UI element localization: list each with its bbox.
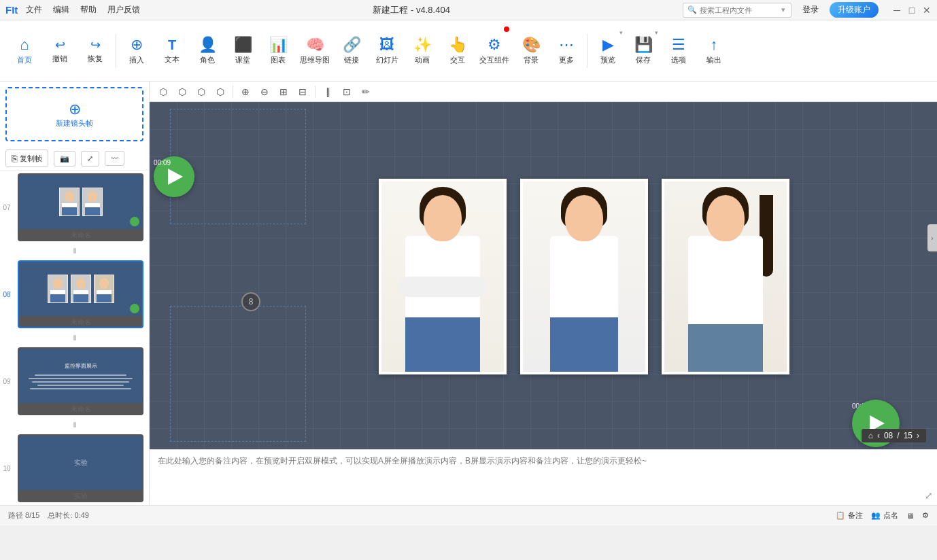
slide-item-07[interactable]: 未命名 [18, 173, 143, 241]
preview-dropdown[interactable]: ▾ [619, 29, 623, 36]
right-panel-collapse-button[interactable]: › [927, 224, 937, 251]
settings-bottom-button[interactable]: ⚙ [922, 511, 929, 520]
shape-tool-3[interactable]: ⬡ [193, 84, 209, 100]
nav-next-arrow[interactable]: › [917, 431, 919, 440]
toolbar-animate[interactable]: ✨ 动画 [405, 24, 440, 78]
zoom-out-tool[interactable]: ⊖ [256, 84, 273, 100]
duration-info: 总时长: 0:49 [48, 510, 89, 521]
slide09-line-1 [35, 374, 126, 376]
toolbar-divider-2 [587, 34, 587, 68]
slide09-line-3 [32, 381, 130, 383]
toolbar-divider-1 [116, 34, 116, 68]
play-button-bottom[interactable]: 00:28 [852, 400, 869, 410]
active-dot-08 [130, 304, 139, 313]
shape-tool-4[interactable]: ⬡ [212, 84, 228, 100]
toolbar-bg[interactable]: 🎨 背景 [513, 24, 549, 78]
zoom-in-tool[interactable]: ⊕ [237, 84, 254, 100]
slide-item-08[interactable]: 未命名 [18, 260, 143, 328]
camera-button[interactable]: 📷 [54, 151, 75, 167]
screen-button[interactable]: 🖥 [906, 512, 914, 520]
separator-icon-3 [69, 419, 80, 430]
bottombar-right: 📋 备注 👥 点名 🖥 ⚙ [836, 510, 929, 521]
toolbar-save[interactable]: 💾 保存 ▾ [626, 24, 661, 78]
search-icon: 🔍 [687, 5, 697, 14]
thumb-head-2 [88, 191, 97, 202]
toolbar-component[interactable]: ⚙ 交互组件 [475, 24, 513, 78]
bottombar-left: 路径 8/15 总时长: 0:49 [8, 510, 89, 521]
roll-call-button[interactable]: 👥 点名 [871, 510, 898, 521]
slide10-content: 实验 [19, 436, 142, 490]
toolbar-options[interactable]: ☰ 选项 [661, 24, 696, 78]
grid-tool[interactable]: ⊞ [275, 84, 292, 100]
toolbar-home[interactable]: ⌂ 首页 [7, 24, 42, 78]
thumb-photo-08-2 [71, 275, 91, 303]
toolbar-slide[interactable]: 🖼 幻灯片 [369, 24, 405, 78]
copy-frame-button[interactable]: ⎘ 复制帧 [5, 150, 48, 167]
slide-thumb-08 [19, 262, 142, 316]
notes-textarea[interactable] [158, 455, 929, 500]
maximize-button[interactable]: □ [907, 5, 917, 15]
search-input[interactable] [700, 6, 781, 14]
fit-tool[interactable]: ⊟ [294, 84, 311, 100]
class-label: 课堂 [235, 55, 250, 65]
play-time-top: 00:09 [154, 159, 171, 167]
toolbar-class[interactable]: ⬛ 课堂 [225, 24, 260, 78]
slide-item-wrapper-07: 07 [0, 171, 149, 244]
toolbar-insert[interactable]: ⊕ 插入 [119, 24, 154, 78]
text-label: 文本 [165, 54, 180, 65]
canvas-main[interactable]: 00:09 8 [150, 102, 937, 505]
toolbar-text[interactable]: T 文本 [154, 24, 190, 78]
menu-file[interactable]: 文件 [26, 4, 42, 16]
close-button[interactable]: ✕ [922, 5, 932, 15]
photo-bg-1 [381, 181, 504, 372]
separator-09-10 [0, 418, 149, 432]
shape-tool-1[interactable]: ⬡ [155, 84, 171, 100]
frame-tool[interactable]: ⊡ [339, 84, 355, 100]
toolbar-export[interactable]: ↑ 输出 [696, 24, 732, 78]
bottombar: 路径 8/15 总时长: 0:49 📋 备注 👥 点名 🖥 ⚙ [0, 505, 937, 525]
titlebar: FIt 文件 编辑 帮助 用户反馈 新建工程 - v4.8.404 🔍 ▾ 登录… [0, 0, 937, 20]
notes-expand-button[interactable]: ⤢ [925, 490, 933, 501]
undo-label: 撤销 [52, 54, 67, 64]
nav-home-icon[interactable]: ⌂ [868, 431, 873, 440]
toolbar-redo[interactable]: ↪ 恢复 [78, 24, 113, 78]
slide10-label: 实验 [74, 458, 88, 468]
toolbar-link[interactable]: 🔗 链接 [334, 24, 369, 78]
menu-feedback[interactable]: 用户反馈 [107, 4, 140, 16]
toolbar-mindmap[interactable]: 🧠 思维导图 [296, 24, 334, 78]
toolbar-undo[interactable]: ↩ 撤销 [42, 24, 78, 78]
slide-tools: ⎘ 复制帧 📷 ⤢ 〰 [0, 147, 149, 171]
slide-number-09: 09 [0, 378, 14, 385]
slide-item-09[interactable]: 监控界面展示 未命名 [18, 347, 143, 415]
shape-tool-2[interactable]: ⬡ [174, 84, 190, 100]
nav-page-current: 08 [884, 431, 893, 440]
notes-action-button[interactable]: 📋 备注 [836, 510, 863, 521]
toolbar-chart[interactable]: 📊 图表 [260, 24, 296, 78]
toolbar-role[interactable]: 👤 角色 [190, 24, 225, 78]
minimize-button[interactable]: ─ [892, 5, 902, 15]
nav-page-total: 15 [904, 431, 913, 440]
wave-button[interactable]: 〰 [105, 151, 124, 166]
draw-tool[interactable]: ✏ [358, 84, 374, 100]
titlebar-actions: 🔍 ▾ 登录 升级账户 ─ □ ✕ [683, 2, 932, 18]
play-button-top[interactable]: 00:09 [154, 156, 171, 167]
mindmap-label: 思维导图 [300, 55, 330, 65]
align-tool[interactable]: ∥ [320, 84, 336, 100]
search-box[interactable]: 🔍 ▾ [683, 3, 791, 18]
toolbar-preview[interactable]: ▶ 预览 ▾ [590, 24, 626, 78]
login-button[interactable]: 登录 [797, 3, 824, 17]
slide-item-10[interactable]: 实验 实验 [18, 434, 143, 502]
toolbar-more[interactable]: ⋯ 更多 [549, 24, 584, 78]
new-frame-button[interactable]: ⊕ 新建镜头帧 [5, 87, 143, 141]
roll-call-label: 点名 [883, 510, 898, 521]
dropdown-icon[interactable]: ▾ [781, 5, 785, 14]
save-dropdown[interactable]: ▾ [655, 29, 658, 36]
menu-help[interactable]: 帮助 [80, 4, 97, 16]
undo-icon: ↩ [55, 37, 65, 52]
slide-name-07: 未命名 [19, 230, 142, 240]
toolbar-interact[interactable]: 👆 交互 [440, 24, 475, 78]
fit-button[interactable]: ⤢ [81, 151, 99, 167]
upgrade-button[interactable]: 升级账户 [830, 2, 879, 18]
menu-edit[interactable]: 编辑 [53, 4, 69, 16]
nav-prev-arrow[interactable]: ‹ [877, 431, 880, 440]
